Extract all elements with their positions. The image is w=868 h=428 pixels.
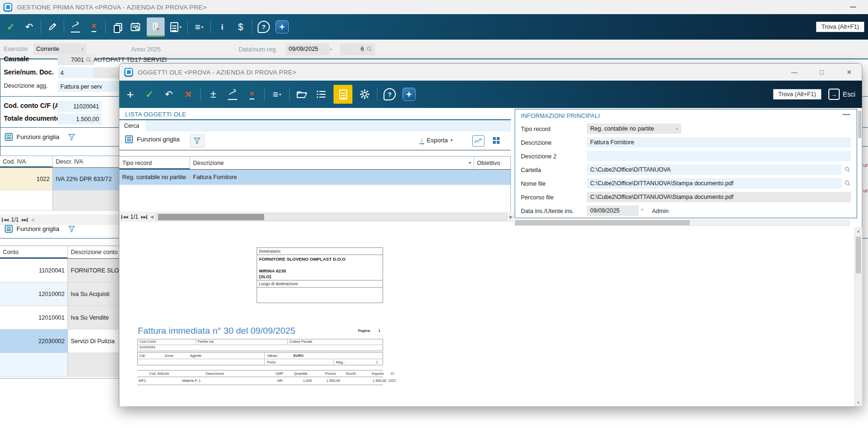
esporta-button[interactable]: ↓ Esporta ▾: [419, 136, 452, 144]
edit-pencil-icon[interactable]: [45, 19, 59, 35]
help-icon[interactable]: ?: [383, 86, 397, 102]
folder-open-icon[interactable]: [295, 86, 309, 102]
causale-code-field[interactable]: 7001: [58, 54, 94, 65]
data-inserimento-field[interactable]: 09/09/2025: [587, 206, 639, 216]
column-filter-icon[interactable]: ▾: [469, 161, 471, 165]
oggetti-ole-dialog: OGGETTI OLE <PROVA - AZIENDA DI PROVA PR…: [119, 63, 862, 406]
date-expand-icon[interactable]: ▸: [642, 207, 644, 212]
nome-file-field[interactable]: C:\Cube2\Office\DITTANUOVA\Stampa docume…: [587, 178, 842, 189]
undo-button[interactable]: ↶: [22, 19, 36, 35]
ole-row-selected[interactable]: Reg. contabile no partite Fattura Fornit…: [119, 170, 510, 185]
preview-vertical-scrollbar[interactable]: ▲ ▼: [854, 228, 862, 406]
funzioni-griglia-iva[interactable]: Funzioni griglia: [5, 133, 75, 141]
confirm-button[interactable]: ✓: [4, 19, 18, 35]
list-icon[interactable]: [314, 86, 328, 102]
document-preview-pane[interactable]: Destinatario FORNITORE SLOVENO OMPLAST D…: [120, 228, 854, 406]
data-num-reg-label: Data/num reg.: [239, 46, 277, 53]
info-icon[interactable]: i: [215, 19, 229, 35]
iva-row-empty[interactable]: [0, 190, 121, 211]
add-button[interactable]: +: [123, 86, 137, 102]
funzioni-griglia-ole[interactable]: Funzioni griglia: [125, 135, 180, 143]
ai-assistant-icon[interactable]: [402, 86, 416, 102]
tab-cerca[interactable]: Cerca: [119, 120, 146, 132]
scroll-left-button[interactable]: ◀: [31, 217, 33, 222]
insert-row-icon[interactable]: ±: [206, 86, 220, 102]
delete-row-icon[interactable]: ×: [245, 86, 259, 102]
collapse-icon[interactable]: —: [843, 110, 850, 119]
document-preview-button-active[interactable]: [334, 85, 352, 104]
calendar-search-icon[interactable]: [128, 19, 142, 35]
invoice-info-table: Cat: Zona: Agente: Valuta: EURO Porto: M…: [137, 352, 383, 365]
iva-row-selected[interactable]: 1022 IVA 22% DPR 633/72: [0, 168, 121, 190]
info-horizontal-scrollbar[interactable]: [515, 220, 850, 226]
lookup-search-icon[interactable]: [844, 166, 851, 173]
help-icon[interactable]: ?: [257, 19, 271, 35]
document-menu-icon[interactable]: ▾: [169, 19, 183, 35]
scroll-right-button[interactable]: ▶: [509, 214, 512, 219]
search-icon: [367, 46, 372, 52]
last-page-button[interactable]: ▶▶: [141, 215, 147, 219]
settings-gear-icon[interactable]: [358, 86, 372, 102]
menu-burger-icon[interactable]: ≡▾: [192, 19, 206, 35]
destinatario-label: Destinatario: [257, 247, 383, 255]
minimize-icon[interactable]: [850, 7, 856, 8]
find-shortcut-button[interactable]: Trova (Alt+F1): [816, 22, 864, 32]
field-label: Data ins./Utente ins.: [521, 206, 574, 217]
col-header-descrizione[interactable]: Descrizione ▾: [190, 156, 474, 169]
delete-button[interactable]: ×: [181, 86, 195, 102]
data-registrazione-field[interactable]: 09/09/2025: [286, 43, 329, 55]
descrizione-field[interactable]: Fattura Fornitore: [587, 137, 851, 148]
delete-row-icon[interactable]: ×: [87, 19, 101, 35]
num-registrazione-field[interactable]: 6: [340, 43, 375, 55]
col-header-conto[interactable]: Conto: [0, 246, 68, 258]
lookup-search-icon[interactable]: [844, 180, 851, 186]
serie-field[interactable]: 4: [58, 67, 96, 78]
descrizione2-field[interactable]: [587, 151, 851, 161]
revert-row-icon[interactable]: [68, 19, 83, 35]
date-expand-icon[interactable]: ▸: [330, 47, 333, 51]
horizontal-scrollbar[interactable]: [156, 214, 507, 221]
toolbar-separator: [210, 20, 211, 33]
menu-burger-icon[interactable]: ≡▾: [270, 86, 284, 102]
scroll-left-button[interactable]: ◀: [150, 214, 153, 219]
app-window: GESTIONE PRIMA NOTA <PROVA - AZIENDA DI …: [0, 0, 868, 428]
col-header-descr-iva[interactable]: Descr. IVA: [53, 156, 121, 167]
funzioni-griglia-conto[interactable]: Funzioni griglia: [5, 225, 75, 233]
attachments-button-active[interactable]: [147, 17, 165, 37]
col-header-obiettivo[interactable]: Obiettivo: [474, 156, 510, 169]
dialog-close-icon[interactable]: ×: [842, 67, 856, 77]
esci-button[interactable]: → Esci: [828, 89, 855, 100]
col-header-cod-iva[interactable]: Cod. IVA: [0, 156, 53, 167]
filter-funnel-icon[interactable]: [68, 225, 75, 233]
esercizio-select[interactable]: Corrente▾: [33, 43, 86, 55]
filter-funnel-button[interactable]: [190, 134, 204, 148]
grid-functions-icon: [5, 133, 13, 141]
confirm-button[interactable]: ✓: [142, 86, 157, 102]
copy-icon[interactable]: [110, 19, 124, 35]
grid-functions-icon: [5, 225, 13, 233]
main-titlebar: GESTIONE PRIMA NOTA <PROVA - AZIENDA DI …: [0, 0, 868, 14]
dialog-toolbar: + ✓ ↶ × ± × ≡▾ ?: [119, 81, 862, 108]
filter-funnel-icon[interactable]: [68, 133, 75, 141]
grid-view-icon[interactable]: [493, 137, 500, 144]
find-shortcut-button[interactable]: Trova (Alt+F1): [773, 89, 821, 99]
utente-inserimento-value: Admin: [652, 206, 668, 217]
scroll-up-icon: ▲: [855, 229, 862, 233]
dialog-minimize-icon[interactable]: —: [787, 68, 801, 76]
totale-documento-field[interactable]: 1.500,00: [58, 114, 102, 124]
last-page-button[interactable]: ▶▶: [22, 218, 28, 222]
vertical-scrollbar-thumb[interactable]: [858, 111, 861, 138]
ai-assistant-icon[interactable]: [275, 19, 289, 35]
cod-conto-field[interactable]: 11020041: [58, 101, 102, 112]
clipped-text-fragment: ur: [863, 162, 868, 168]
cartella-field[interactable]: C:\Cube2\Office\DITTANUOVA: [587, 165, 842, 175]
first-page-button[interactable]: ◀◀: [121, 215, 127, 219]
col-header-tipo-record[interactable]: Tipo record: [119, 156, 190, 169]
tipo-record-select[interactable]: Reg. contabile no partite▾: [587, 123, 681, 134]
revert-row-icon[interactable]: [225, 86, 240, 102]
currency-icon[interactable]: $: [234, 19, 248, 35]
dialog-maximize-icon[interactable]: □: [815, 68, 829, 76]
undo-button[interactable]: ↶: [162, 86, 176, 102]
chart-view-icon[interactable]: [472, 135, 484, 147]
first-page-button[interactable]: ◀◀: [2, 218, 8, 222]
